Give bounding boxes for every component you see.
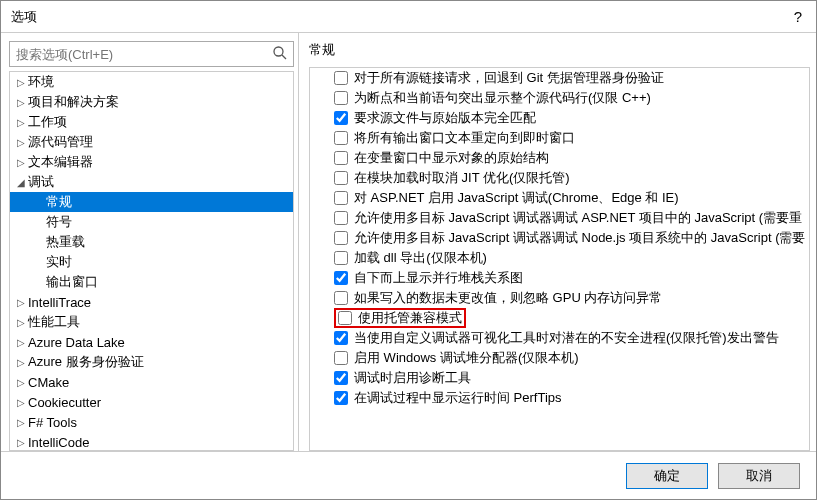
tree-item-label: Azure 服务身份验证 — [28, 353, 144, 371]
option-row: 启用 Windows 调试堆分配器(仅限本机) — [310, 348, 809, 368]
chevron-right-icon[interactable]: ▷ — [14, 77, 28, 88]
option-label: 自下而上显示并行堆栈关系图 — [354, 269, 523, 287]
options-tree[interactable]: ▷环境▷项目和解决方案▷工作项▷源代码管理▷文本编辑器◢调试▷常规▷符号▷热重载… — [9, 71, 294, 451]
tree-item-label: 项目和解决方案 — [28, 93, 119, 111]
option-checkbox[interactable] — [334, 151, 348, 165]
tree-item[interactable]: ▷性能工具 — [10, 312, 293, 332]
footer: 确定 取消 — [1, 451, 816, 499]
tree-item[interactable]: ▷环境 — [10, 72, 293, 92]
option-row: 允许使用多目标 JavaScript 调试器调试 ASP.NET 项目中的 Ja… — [310, 208, 809, 228]
ok-button[interactable]: 确定 — [626, 463, 708, 489]
tree-item[interactable]: ▷CMake — [10, 372, 293, 392]
tree-item[interactable]: ▷工作项 — [10, 112, 293, 132]
option-row: 如果写入的数据未更改值，则忽略 GPU 内存访问异常 — [310, 288, 809, 308]
tree-item-label: 性能工具 — [28, 313, 80, 331]
search-wrap — [9, 41, 294, 67]
option-checkbox[interactable] — [334, 271, 348, 285]
chevron-right-icon[interactable]: ▷ — [14, 437, 28, 448]
chevron-right-icon[interactable]: ▷ — [14, 417, 28, 428]
tree-item[interactable]: ▷文本编辑器 — [10, 152, 293, 172]
options-list[interactable]: 对于所有源链接请求，回退到 Git 凭据管理器身份验证为断点和当前语句突出显示整… — [309, 67, 810, 451]
option-checkbox[interactable] — [334, 171, 348, 185]
option-row: 为断点和当前语句突出显示整个源代码行(仅限 C++) — [310, 88, 809, 108]
option-row: 允许使用多目标 JavaScript 调试器调试 Node.js 项目系统中的 … — [310, 228, 809, 248]
chevron-right-icon[interactable]: ▷ — [14, 297, 28, 308]
tree-item-label: 环境 — [28, 73, 54, 91]
section-label: 常规 — [309, 41, 810, 59]
tree-item[interactable]: ▷IntelliCode — [10, 432, 293, 451]
option-row: 对 ASP.NET 启用 JavaScript 调试(Chrome、Edge 和… — [310, 188, 809, 208]
option-label: 当使用自定义调试器可视化工具时对潜在的不安全进程(仅限托管)发出警告 — [354, 329, 779, 347]
option-checkbox[interactable] — [334, 291, 348, 305]
content: ▷环境▷项目和解决方案▷工作项▷源代码管理▷文本编辑器◢调试▷常规▷符号▷热重载… — [1, 33, 816, 451]
tree-item-label: CMake — [28, 375, 69, 390]
tree-item[interactable]: ▷源代码管理 — [10, 132, 293, 152]
option-row: 将所有输出窗口文本重定向到即时窗口 — [310, 128, 809, 148]
option-checkbox[interactable] — [334, 111, 348, 125]
chevron-right-icon[interactable]: ▷ — [14, 317, 28, 328]
option-checkbox[interactable] — [334, 251, 348, 265]
tree-item[interactable]: ▷IntelliTrace — [10, 292, 293, 312]
option-checkbox[interactable] — [334, 211, 348, 225]
option-label: 调试时启用诊断工具 — [354, 369, 471, 387]
chevron-right-icon[interactable]: ▷ — [14, 357, 28, 368]
option-checkbox[interactable] — [334, 131, 348, 145]
chevron-right-icon[interactable]: ▷ — [14, 157, 28, 168]
tree-item[interactable]: ▷F# Tools — [10, 412, 293, 432]
option-label: 如果写入的数据未更改值，则忽略 GPU 内存访问异常 — [354, 289, 662, 307]
chevron-right-icon[interactable]: ▷ — [14, 117, 28, 128]
option-checkbox[interactable] — [334, 91, 348, 105]
chevron-right-icon[interactable]: ▷ — [14, 337, 28, 348]
tree-item[interactable]: ▷常规 — [10, 192, 293, 212]
option-checkbox[interactable] — [334, 191, 348, 205]
option-checkbox[interactable] — [338, 311, 352, 325]
tree-item[interactable]: ▷Azure Data Lake — [10, 332, 293, 352]
tree-item[interactable]: ▷项目和解决方案 — [10, 92, 293, 112]
chevron-right-icon[interactable]: ▷ — [14, 137, 28, 148]
tree-item-label: IntelliTrace — [28, 295, 91, 310]
option-checkbox[interactable] — [334, 231, 348, 245]
tree-item-label: Cookiecutter — [28, 395, 101, 410]
left-panel: ▷环境▷项目和解决方案▷工作项▷源代码管理▷文本编辑器◢调试▷常规▷符号▷热重载… — [1, 33, 299, 451]
titlebar: 选项 ? — [1, 1, 816, 33]
option-row: 要求源文件与原始版本完全匹配 — [310, 108, 809, 128]
option-label: 对于所有源链接请求，回退到 Git 凭据管理器身份验证 — [354, 69, 664, 87]
option-label: 使用托管兼容模式 — [358, 309, 462, 327]
chevron-down-icon[interactable]: ◢ — [14, 177, 28, 188]
highlight-box: 使用托管兼容模式 — [334, 308, 466, 328]
option-checkbox[interactable] — [334, 351, 348, 365]
option-label: 要求源文件与原始版本完全匹配 — [354, 109, 536, 127]
search-input[interactable] — [9, 41, 294, 67]
tree-item-label: 调试 — [28, 173, 54, 191]
tree-item[interactable]: ▷Azure 服务身份验证 — [10, 352, 293, 372]
cancel-button[interactable]: 取消 — [718, 463, 800, 489]
tree-item-label: 源代码管理 — [28, 133, 93, 151]
chevron-right-icon[interactable]: ▷ — [14, 397, 28, 408]
tree-item[interactable]: ▷Cookiecutter — [10, 392, 293, 412]
tree-item[interactable]: ▷实时 — [10, 252, 293, 272]
option-label: 允许使用多目标 JavaScript 调试器调试 Node.js 项目系统中的 … — [354, 229, 805, 247]
chevron-right-icon[interactable]: ▷ — [14, 97, 28, 108]
tree-item[interactable]: ◢调试 — [10, 172, 293, 192]
tree-item[interactable]: ▷热重载 — [10, 232, 293, 252]
help-icon[interactable]: ? — [790, 8, 806, 25]
tree-item-label: Azure Data Lake — [28, 335, 125, 350]
tree-item-label: 实时 — [46, 253, 72, 271]
tree-item[interactable]: ▷输出窗口 — [10, 272, 293, 292]
option-checkbox[interactable] — [334, 331, 348, 345]
right-panel: 常规 对于所有源链接请求，回退到 Git 凭据管理器身份验证为断点和当前语句突出… — [299, 33, 816, 451]
option-label: 在变量窗口中显示对象的原始结构 — [354, 149, 549, 167]
tree-item-label: F# Tools — [28, 415, 77, 430]
tree-item-label: 文本编辑器 — [28, 153, 93, 171]
option-row: 在变量窗口中显示对象的原始结构 — [310, 148, 809, 168]
option-checkbox[interactable] — [334, 391, 348, 405]
tree-item[interactable]: ▷符号 — [10, 212, 293, 232]
option-row: 使用托管兼容模式 — [310, 308, 809, 328]
option-label: 启用 Windows 调试堆分配器(仅限本机) — [354, 349, 579, 367]
option-label: 对 ASP.NET 启用 JavaScript 调试(Chrome、Edge 和… — [354, 189, 679, 207]
option-row: 自下而上显示并行堆栈关系图 — [310, 268, 809, 288]
option-checkbox[interactable] — [334, 71, 348, 85]
option-label: 在调试过程中显示运行时间 PerfTips — [354, 389, 562, 407]
option-checkbox[interactable] — [334, 371, 348, 385]
chevron-right-icon[interactable]: ▷ — [14, 377, 28, 388]
